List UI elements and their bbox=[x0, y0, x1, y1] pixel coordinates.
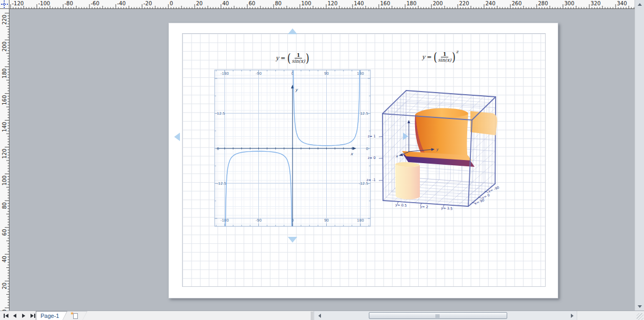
svg-text:y= 0.5: y= 0.5 bbox=[395, 203, 407, 207]
horizontal-scrollbar-thumb[interactable] bbox=[369, 312, 507, 319]
svg-text:180: 180 bbox=[357, 72, 364, 76]
first-page-button[interactable] bbox=[2, 312, 10, 320]
status-bar: Page-1 ✶ bbox=[0, 311, 644, 320]
horizontal-scrollbar[interactable] bbox=[314, 311, 577, 320]
visio-drawing-window: { "rulers": { "top": {"labels": ["-120",… bbox=[0, 0, 644, 320]
svg-text:x= -90: x= -90 bbox=[488, 185, 500, 194]
formula-denominator: sin(x) bbox=[291, 58, 305, 64]
right-arrow-icon bbox=[571, 314, 573, 318]
svg-text:220: 220 bbox=[459, 1, 469, 6]
svg-text:12.5: 12.5 bbox=[360, 112, 368, 116]
window-resize-grip[interactable] bbox=[637, 313, 643, 320]
svg-text:-60: -60 bbox=[91, 1, 99, 6]
formula-fraction: 1 sin(x) bbox=[291, 53, 305, 64]
svg-text:180: 180 bbox=[357, 218, 364, 223]
scroll-down-button[interactable] bbox=[636, 302, 644, 311]
svg-text:140: 140 bbox=[354, 1, 364, 6]
statusbar-corner bbox=[577, 311, 644, 320]
svg-text:80: 80 bbox=[275, 1, 282, 6]
formula-denominator: sin(x) bbox=[438, 57, 451, 63]
insert-page-icon: ✶ bbox=[71, 313, 78, 319]
plot-3d-surface[interactable]: z= 1z= 0z= -1y= 0.5y= 2y= 3.5x= -90x= 0x… bbox=[367, 91, 500, 211]
scroll-up-button[interactable] bbox=[636, 0, 644, 8]
tab-page-1[interactable]: Page-1 bbox=[36, 311, 67, 320]
svg-text:-40: -40 bbox=[117, 1, 126, 6]
svg-text:y= 2: y= 2 bbox=[420, 204, 428, 209]
svg-text:100: 100 bbox=[301, 1, 311, 6]
svg-text:20: 20 bbox=[196, 1, 203, 6]
drawing-canvas[interactable]: y = ( 1 sin(x) ) y = ( 1 sin(x) ) z bbox=[9, 9, 635, 311]
svg-text:140: 140 bbox=[2, 122, 7, 132]
svg-text:z= -1: z= -1 bbox=[367, 178, 376, 182]
plot-2d-cosecant[interactable]: -180-180-90-9000909018018012.512.500-12.… bbox=[215, 70, 370, 226]
pan-left-arrow-icon[interactable] bbox=[174, 133, 180, 141]
page-tab-label: Page-1 bbox=[41, 313, 59, 319]
last-page-button[interactable] bbox=[28, 312, 37, 320]
svg-text:0: 0 bbox=[170, 1, 173, 6]
formula-equals: = bbox=[427, 54, 431, 61]
formula-2d-plot[interactable]: y = ( 1 sin(x) ) bbox=[276, 52, 310, 64]
insert-page-tab[interactable]: ✶ bbox=[67, 311, 87, 320]
shapes-layer[interactable]: -180-180-90-9000909018018012.512.500-12.… bbox=[168, 23, 558, 298]
formula-rparen: ) bbox=[306, 52, 309, 64]
next-page-button[interactable] bbox=[19, 312, 28, 320]
svg-text:280: 280 bbox=[538, 1, 548, 6]
svg-text:300: 300 bbox=[565, 1, 575, 6]
pan-down-arrow-icon[interactable] bbox=[288, 237, 297, 243]
svg-text:-12.5: -12.5 bbox=[217, 182, 226, 186]
crosshair-icon bbox=[4, 1, 5, 8]
up-arrow-icon bbox=[638, 3, 642, 6]
vertical-scrollbar[interactable] bbox=[635, 0, 644, 311]
formula-equals: = bbox=[280, 55, 285, 62]
svg-text:-20: -20 bbox=[144, 1, 152, 6]
thumb-grip bbox=[436, 314, 439, 318]
formula-lparen: ( bbox=[434, 51, 438, 63]
surface-patch bbox=[395, 164, 420, 199]
svg-text:y= 3.5: y= 3.5 bbox=[441, 206, 452, 211]
svg-text:-80: -80 bbox=[65, 1, 73, 6]
svg-text:90: 90 bbox=[324, 72, 329, 76]
svg-text:100: 100 bbox=[2, 175, 7, 185]
formula-rparen: ) bbox=[452, 51, 456, 63]
svg-text:160: 160 bbox=[380, 1, 390, 6]
formula-exponent: z bbox=[456, 49, 458, 54]
previous-page-icon bbox=[13, 314, 16, 318]
scroll-right-button[interactable] bbox=[568, 312, 576, 320]
svg-text:90: 90 bbox=[324, 218, 329, 223]
svg-text:200: 200 bbox=[2, 42, 7, 52]
svg-text:-90: -90 bbox=[256, 218, 261, 223]
svg-text:340: 340 bbox=[617, 1, 627, 6]
svg-text:120: 120 bbox=[2, 149, 7, 159]
svg-text:-12.5: -12.5 bbox=[359, 182, 368, 186]
svg-text:-120: -120 bbox=[12, 1, 24, 6]
svg-text:z= 0: z= 0 bbox=[368, 156, 376, 160]
svg-text:20: 20 bbox=[2, 283, 7, 289]
vertical-ruler-ticks: 220200180160140120100806040200 bbox=[0, 9, 9, 311]
pan-up-arrow-icon[interactable] bbox=[288, 28, 297, 34]
formula-lparen: ( bbox=[288, 52, 291, 64]
svg-text:180: 180 bbox=[407, 1, 417, 6]
svg-text:260: 260 bbox=[512, 1, 522, 6]
scroll-left-button[interactable] bbox=[315, 312, 324, 320]
previous-page-button[interactable] bbox=[11, 312, 19, 320]
formula-fraction: 1 sin(x) bbox=[438, 52, 451, 63]
svg-text:-90: -90 bbox=[256, 72, 261, 76]
vertical-ruler[interactable]: 220200180160140120100806040200 bbox=[0, 9, 9, 311]
svg-text:z= 1: z= 1 bbox=[368, 134, 376, 138]
svg-text:220: 220 bbox=[2, 15, 7, 25]
svg-text:120: 120 bbox=[328, 1, 338, 6]
down-arrow-icon bbox=[638, 305, 642, 308]
ruler-origin-crosshair[interactable] bbox=[0, 0, 9, 9]
formula-lhs: y bbox=[422, 54, 425, 61]
formula-numerator: 1 bbox=[441, 52, 448, 57]
svg-text:200: 200 bbox=[433, 1, 443, 6]
horizontal-ruler[interactable]: -120-100-80-60-40-2002040608010012014016… bbox=[9, 0, 635, 9]
svg-text:x: x bbox=[396, 154, 398, 158]
formula-3d-plot[interactable]: y = ( 1 sin(x) ) z bbox=[422, 51, 458, 63]
formula-numerator: 1 bbox=[295, 53, 302, 58]
svg-text:-180: -180 bbox=[220, 72, 229, 76]
pane-splitter[interactable] bbox=[310, 312, 314, 320]
svg-text:320: 320 bbox=[591, 1, 601, 6]
svg-text:40: 40 bbox=[2, 256, 7, 263]
svg-text:-180: -180 bbox=[220, 218, 229, 223]
